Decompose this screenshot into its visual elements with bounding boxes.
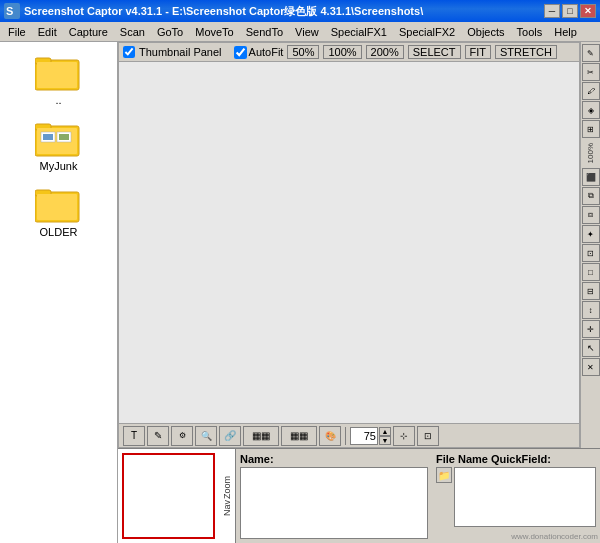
folder-icon — [35, 184, 83, 224]
zoom-down-button[interactable]: ▼ — [379, 436, 391, 445]
file-item-label: .. — [55, 94, 61, 106]
percent-label: 100% — [584, 141, 597, 165]
file-item-label: OLDER — [40, 226, 78, 238]
rt-button-11[interactable]: □ — [582, 263, 600, 281]
autofit-checkbox[interactable] — [234, 46, 247, 59]
svg-rect-9 — [43, 134, 53, 140]
rt-button-9[interactable]: ✦ — [582, 225, 600, 243]
zoom-50-button[interactable]: 50% — [287, 45, 319, 59]
info-panel: Name: File Name QuickField: 📁 — [236, 449, 600, 543]
menu-specialfx2[interactable]: SpecialFX2 — [393, 24, 461, 40]
close-button[interactable]: ✕ — [580, 4, 596, 18]
menu-sendto[interactable]: SendTo — [240, 24, 289, 40]
tool-button-1[interactable]: T — [123, 426, 145, 446]
menu-tools[interactable]: Tools — [511, 24, 549, 40]
menu-help[interactable]: Help — [548, 24, 583, 40]
tool-button-4[interactable]: 🔍 — [195, 426, 217, 446]
menu-capture[interactable]: Capture — [63, 24, 114, 40]
menu-file[interactable]: File — [2, 24, 32, 40]
window-title: Screenshot Captor v4.31.1 - E:\Screensho… — [24, 4, 544, 19]
title-bar: S Screenshot Captor v4.31.1 - E:\Screens… — [0, 0, 600, 22]
folder-icon — [35, 118, 83, 158]
list-item[interactable]: MyJunk — [14, 116, 104, 174]
filename-icon[interactable]: 📁 — [436, 467, 452, 483]
rt-button-12[interactable]: ⊟ — [582, 282, 600, 300]
zoom-spinners: ▲ ▼ — [379, 427, 391, 445]
window-controls: ─ □ ✕ — [544, 4, 596, 18]
tool-button-2[interactable]: ✎ — [147, 426, 169, 446]
menu-view[interactable]: View — [289, 24, 325, 40]
tool-button-select-mode[interactable]: ⊹ — [393, 426, 415, 446]
rt-button-5[interactable]: ⊞ — [582, 120, 600, 138]
minimize-button[interactable]: ─ — [544, 4, 560, 18]
rt-button-3[interactable]: 🖊 — [582, 82, 600, 100]
menu-bar: File Edit Capture Scan GoTo MoveTo SendT… — [0, 22, 600, 42]
menu-moveto[interactable]: MoveTo — [189, 24, 240, 40]
rt-button-10[interactable]: ⊡ — [582, 244, 600, 262]
right-toolbar: ✎ ✂ 🖊 ◈ ⊞ 100% ⬛ ⧉ ⧈ ✦ ⊡ □ ⊟ ↕ ✛ ↖ ✕ — [580, 42, 600, 448]
list-item[interactable]: OLDER — [14, 182, 104, 240]
thumbnail-panel: Thumbnail Panel AutoFit 50% 100% 200% SE… — [118, 42, 580, 448]
zoom-200-button[interactable]: 200% — [366, 45, 404, 59]
rt-button-7[interactable]: ⧉ — [582, 187, 600, 205]
name-field: Name: — [240, 453, 428, 539]
svg-rect-11 — [59, 134, 69, 140]
menu-scan[interactable]: Scan — [114, 24, 151, 40]
app-icon: S — [4, 3, 20, 19]
rt-button-8[interactable]: ⧈ — [582, 206, 600, 224]
rt-button-2[interactable]: ✂ — [582, 63, 600, 81]
list-item[interactable]: .. — [14, 50, 104, 108]
name-input[interactable] — [240, 467, 428, 539]
autofit-check: AutoFit — [234, 46, 284, 59]
thumbnail-area: Thumbnail Panel AutoFit 50% 100% 200% SE… — [118, 42, 600, 448]
rt-button-1[interactable]: ✎ — [582, 44, 600, 62]
bottom-toolbar: T ✎ ⚙ 🔍 🔗 ▦▦ ▦▦ 🎨 ▲ ▼ — [119, 423, 579, 447]
maximize-button[interactable]: □ — [562, 4, 578, 18]
tool-button-3[interactable]: ⚙ — [171, 426, 193, 446]
thumbnail-panel-header: Thumbnail Panel AutoFit 50% 100% 200% SE… — [119, 43, 579, 62]
rt-button-13[interactable]: ↕ — [582, 301, 600, 319]
folder-icon — [35, 52, 83, 92]
svg-rect-4 — [37, 62, 77, 88]
svg-rect-14 — [37, 194, 77, 220]
file-panel: .. MyJunk — [0, 42, 118, 543]
tool-button-7[interactable]: ▦▦ — [281, 426, 317, 446]
stretch-button[interactable]: STRETCH — [495, 45, 557, 59]
filename-input-row: 📁 — [436, 467, 596, 527]
right-panel: Thumbnail Panel AutoFit 50% 100% 200% SE… — [118, 42, 600, 543]
thumbnail-content — [119, 62, 579, 423]
zoom-value-input[interactable] — [350, 427, 378, 445]
filename-field: File Name QuickField: 📁 — [436, 453, 596, 539]
rt-button-6[interactable]: ⬛ — [582, 168, 600, 186]
bottom-section: Zoom Nav Name: File Name QuickField: 📁 — [118, 448, 600, 543]
zoom-100-button[interactable]: 100% — [323, 45, 361, 59]
tool-button-fit-mode[interactable]: ⊡ — [417, 426, 439, 446]
preview-box — [122, 453, 215, 539]
thumbnail-panel-checkbox[interactable] — [123, 46, 135, 58]
thumbnail-controls: AutoFit 50% 100% 200% SELECT FIT STRETCH — [234, 45, 557, 59]
preview-panel: Zoom Nav — [118, 449, 236, 543]
main-container: .. MyJunk — [0, 42, 600, 543]
menu-specialfx1[interactable]: SpecialFX1 — [325, 24, 393, 40]
menu-objects[interactable]: Objects — [461, 24, 510, 40]
tool-button-5[interactable]: 🔗 — [219, 426, 241, 446]
rt-button-15[interactable]: ✕ — [582, 358, 600, 376]
filename-label: File Name QuickField: — [436, 453, 596, 465]
tool-button-8[interactable]: 🎨 — [319, 426, 341, 446]
tool-button-6[interactable]: ▦▦ — [243, 426, 279, 446]
select-button[interactable]: SELECT — [408, 45, 461, 59]
fit-button[interactable]: FIT — [465, 45, 492, 59]
svg-text:S: S — [6, 5, 13, 17]
menu-edit[interactable]: Edit — [32, 24, 63, 40]
filename-input[interactable] — [454, 467, 596, 527]
name-label: Name: — [240, 453, 428, 465]
zoom-up-button[interactable]: ▲ — [379, 427, 391, 436]
rt-button-4[interactable]: ◈ — [582, 101, 600, 119]
menu-goto[interactable]: GoTo — [151, 24, 189, 40]
file-item-label: MyJunk — [40, 160, 78, 172]
thumbnail-panel-label: Thumbnail Panel — [139, 46, 222, 58]
rt-button-arrow[interactable]: ↖ — [582, 339, 600, 357]
rt-button-14[interactable]: ✛ — [582, 320, 600, 338]
toolbar-separator — [345, 427, 346, 445]
nav-label: Nav — [222, 500, 232, 516]
